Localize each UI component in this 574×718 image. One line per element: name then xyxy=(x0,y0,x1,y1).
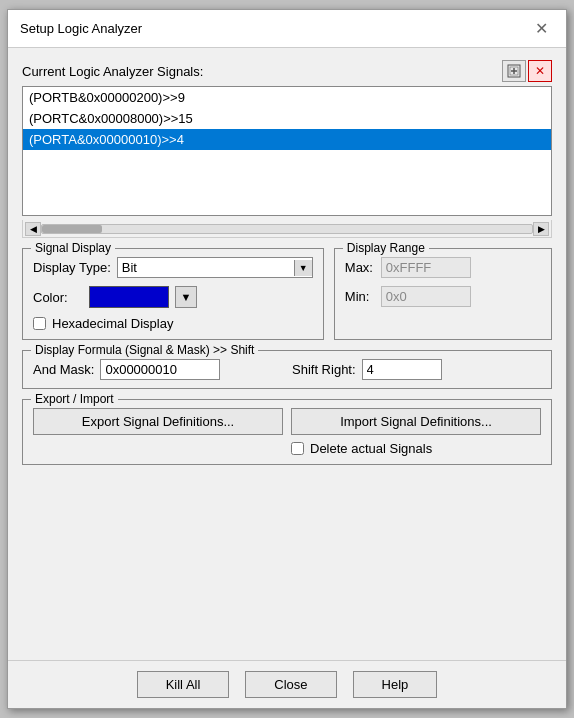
signal-display-group: Signal Display Display Type: ▼ Color: ▼ … xyxy=(22,248,324,340)
import-col: Import Signal Definitions... Delete actu… xyxy=(291,408,541,456)
setup-dialog: Setup Logic Analyzer ✕ Current Logic Ana… xyxy=(7,9,567,709)
formula-row: And Mask: Shift Right: xyxy=(33,359,541,380)
add-signal-icon[interactable] xyxy=(502,60,526,82)
color-picker-icon[interactable]: ▼ xyxy=(175,286,197,308)
close-button[interactable]: Close xyxy=(245,671,336,698)
display-formula-label: Display Formula (Signal & Mask) >> Shift xyxy=(31,343,258,357)
shift-right-input[interactable] xyxy=(362,359,442,380)
display-type-combo[interactable]: ▼ xyxy=(117,257,313,278)
list-item[interactable]: (PORTC&0x00008000)>>15 xyxy=(23,108,551,129)
export-import-row: Export Signal Definitions... Import Sign… xyxy=(33,408,541,456)
shift-right-label: Shift Right: xyxy=(292,362,356,377)
color-row: Color: ▼ xyxy=(33,286,313,308)
hex-display-row: Hexadecimal Display xyxy=(33,316,313,331)
hex-display-checkbox[interactable] xyxy=(33,317,46,330)
scroll-thumb[interactable] xyxy=(42,225,102,233)
display-type-row: Display Type: ▼ xyxy=(33,257,313,278)
display-formula-group: Display Formula (Signal & Mask) >> Shift… xyxy=(22,350,552,389)
export-col: Export Signal Definitions... xyxy=(33,408,283,435)
signals-icons: ✕ xyxy=(502,60,552,82)
signal-display-label: Signal Display xyxy=(31,241,115,255)
kill-all-button[interactable]: Kill All xyxy=(137,671,230,698)
delete-row: Delete actual Signals xyxy=(291,441,432,456)
display-type-label: Display Type: xyxy=(33,260,111,275)
min-input xyxy=(381,286,471,307)
close-icon[interactable]: ✕ xyxy=(529,19,554,39)
max-input xyxy=(381,257,471,278)
min-label: Min: xyxy=(345,289,375,304)
scroll-left-arrow[interactable]: ◀ xyxy=(25,222,41,236)
and-mask-col: And Mask: xyxy=(33,359,282,380)
min-row: Min: xyxy=(345,286,541,307)
delete-signals-checkbox[interactable] xyxy=(291,442,304,455)
and-mask-label: And Mask: xyxy=(33,362,94,377)
list-item[interactable]: (PORTB&0x00000200)>>9 xyxy=(23,87,551,108)
signals-list[interactable]: (PORTB&0x00000200)>>9 (PORTC&0x00008000)… xyxy=(22,86,552,216)
signals-section: Current Logic Analyzer Signals: ✕ (PORTB… xyxy=(22,60,552,238)
import-button[interactable]: Import Signal Definitions... xyxy=(291,408,541,435)
scroll-track[interactable] xyxy=(41,224,533,234)
mid-sections-row: Signal Display Display Type: ▼ Color: ▼ … xyxy=(22,248,552,340)
dialog-body: Current Logic Analyzer Signals: ✕ (PORTB… xyxy=(8,48,566,660)
footer-bar: Kill All Close Help xyxy=(8,660,566,708)
list-item[interactable]: (PORTA&0x00000010)>>4 xyxy=(23,129,551,150)
help-button[interactable]: Help xyxy=(353,671,438,698)
shift-right-col: Shift Right: xyxy=(292,359,541,380)
dialog-title: Setup Logic Analyzer xyxy=(20,21,142,36)
signals-label: Current Logic Analyzer Signals: xyxy=(22,64,203,79)
export-import-group: Export / Import Export Signal Definition… xyxy=(22,399,552,465)
scroll-right-arrow[interactable]: ▶ xyxy=(533,222,549,236)
remove-signal-icon[interactable]: ✕ xyxy=(528,60,552,82)
color-swatch xyxy=(89,286,169,308)
title-bar: Setup Logic Analyzer ✕ xyxy=(8,10,566,48)
export-import-label: Export / Import xyxy=(31,392,118,406)
delete-signals-label: Delete actual Signals xyxy=(310,441,432,456)
display-range-group: Display Range Max: Min: xyxy=(334,248,552,340)
and-mask-input[interactable] xyxy=(100,359,220,380)
max-label: Max: xyxy=(345,260,375,275)
horizontal-scrollbar[interactable]: ◀ ▶ xyxy=(22,220,552,238)
display-type-input[interactable] xyxy=(118,258,294,277)
hex-display-label: Hexadecimal Display xyxy=(52,316,173,331)
export-button[interactable]: Export Signal Definitions... xyxy=(33,408,283,435)
display-type-arrow[interactable]: ▼ xyxy=(294,260,312,276)
display-range-label: Display Range xyxy=(343,241,429,255)
color-label: Color: xyxy=(33,290,83,305)
max-row: Max: xyxy=(345,257,541,278)
signals-header: Current Logic Analyzer Signals: ✕ xyxy=(22,60,552,82)
